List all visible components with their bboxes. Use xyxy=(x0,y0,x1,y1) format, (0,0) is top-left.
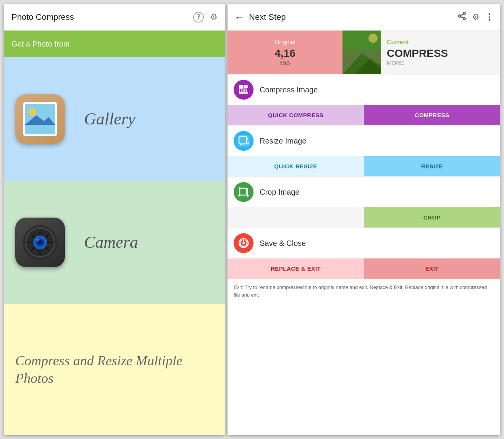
crop-icon xyxy=(234,182,254,202)
question-icon[interactable]: ? xyxy=(193,12,204,23)
svg-rect-28 xyxy=(240,188,247,195)
compress-button[interactable]: COMPRESS xyxy=(364,105,500,125)
quick-compress-button[interactable]: QUICK COMPRESS xyxy=(228,105,364,125)
original-label: Original xyxy=(275,39,296,46)
app-title: Photo Compress xyxy=(11,12,74,22)
crop-buttons: CROP xyxy=(228,207,500,228)
gallery-section[interactable]: Gallery xyxy=(4,57,225,181)
save-icon xyxy=(234,233,254,253)
svg-point-10 xyxy=(459,15,461,17)
resize-header: Resize Image xyxy=(228,126,500,156)
original-unit: MiB xyxy=(280,60,290,66)
svg-line-12 xyxy=(461,16,464,18)
gear-icon[interactable]: ⚙ xyxy=(210,12,218,22)
right-header-left: ← Next Step xyxy=(234,12,286,23)
exit-note-text: Exit: Try to rename compressed file to o… xyxy=(234,284,487,298)
camera-icon xyxy=(15,218,65,267)
image-info-bar: Original 4,16 MiB Current COMPRESS MORE xyxy=(228,31,500,74)
crop-title: Crop Image xyxy=(260,188,300,197)
save-header: Save & Close xyxy=(228,228,500,258)
multi-section[interactable]: Compress and Resize Multiple Photos xyxy=(4,304,225,435)
compress-header: KB Compress Image xyxy=(228,74,500,105)
svg-point-8 xyxy=(37,239,39,241)
resize-button[interactable]: RESIZE xyxy=(364,156,500,176)
save-section: Save & Close REPLACE & EXIT EXIT xyxy=(228,228,500,279)
exit-note: Exit: Try to rename compressed file to o… xyxy=(228,279,500,303)
right-panel: ← Next Step ⚙ ⋮ Ori xyxy=(228,4,500,435)
original-size: 4,16 xyxy=(275,47,296,60)
gallery-icon xyxy=(15,94,65,144)
compress-buttons: QUICK COMPRESS COMPRESS xyxy=(228,105,500,125)
quick-resize-button[interactable]: QUICK RESIZE xyxy=(228,156,364,176)
save-title: Save & Close xyxy=(260,239,306,248)
get-photo-bar: Get a Photo from xyxy=(4,31,225,57)
left-header-icons: ? ⚙ xyxy=(193,12,218,23)
get-photo-label: Get a Photo from xyxy=(11,40,69,48)
current-label: Current xyxy=(387,39,409,46)
left-header: Photo Compress ? ⚙ xyxy=(4,4,225,31)
crop-header: Crop Image xyxy=(228,177,500,207)
svg-line-13 xyxy=(461,14,464,15)
resize-section: Resize Image QUICK RESIZE RESIZE xyxy=(228,126,500,177)
current-side: Current COMPRESS MORE xyxy=(381,31,500,74)
compress-title: Compress Image xyxy=(260,86,318,94)
more-icon[interactable]: ⋮ xyxy=(485,12,493,22)
compress-section: KB Compress Image QUICK COMPRESS COMPRES… xyxy=(228,74,500,126)
gallery-label: Gallery xyxy=(84,109,135,129)
thumbnail-area xyxy=(342,31,381,74)
right-header-title: Next Step xyxy=(249,12,286,22)
share-icon[interactable] xyxy=(457,11,467,23)
svg-point-18 xyxy=(368,34,378,43)
crop-placeholder xyxy=(228,207,364,228)
svg-point-2 xyxy=(29,108,36,116)
current-more: MORE xyxy=(387,60,404,66)
left-panel: Photo Compress ? ⚙ Get a Photo from xyxy=(4,4,225,435)
resize-icon xyxy=(234,131,254,151)
crop-section: Crop Image CROP xyxy=(228,177,500,228)
exit-button[interactable]: EXIT xyxy=(364,258,500,279)
svg-point-9 xyxy=(463,12,465,15)
right-header: ← Next Step ⚙ ⋮ xyxy=(228,4,500,31)
replace-exit-button[interactable]: REPLACE & EXIT xyxy=(228,258,364,279)
camera-section[interactable]: Camera xyxy=(4,181,225,304)
svg-point-11 xyxy=(463,18,465,20)
save-buttons: REPLACE & EXIT EXIT xyxy=(228,258,500,279)
multi-label: Compress and Resize Multiple Photos xyxy=(15,352,214,388)
resize-buttons: QUICK RESIZE RESIZE xyxy=(228,156,500,176)
current-action: COMPRESS xyxy=(387,47,448,60)
compress-icon: KB xyxy=(234,80,254,100)
gear-icon-right[interactable]: ⚙ xyxy=(472,12,480,22)
back-icon[interactable]: ← xyxy=(234,12,244,23)
resize-title: Resize Image xyxy=(260,137,306,145)
camera-label: Camera xyxy=(84,232,138,252)
right-header-icons: ⚙ ⋮ xyxy=(457,11,493,23)
svg-rect-21 xyxy=(239,85,244,90)
crop-button[interactable]: CROP xyxy=(364,207,500,228)
original-side: Original 4,16 MiB xyxy=(228,31,342,74)
